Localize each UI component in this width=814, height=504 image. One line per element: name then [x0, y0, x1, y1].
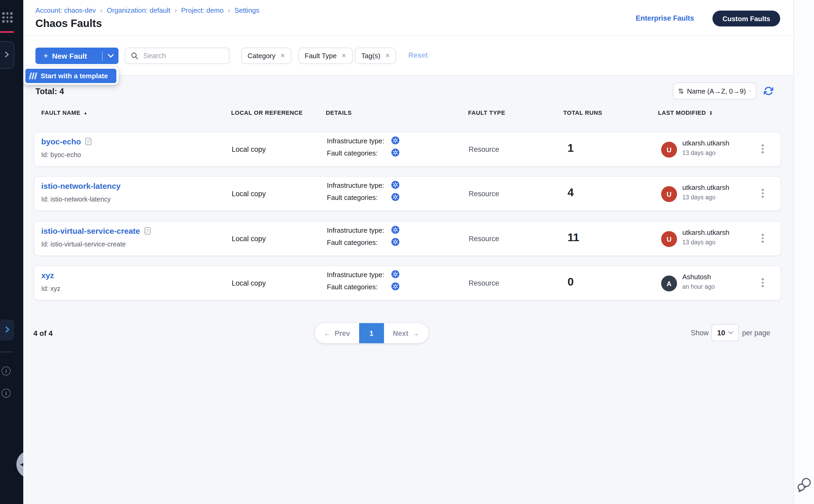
local-or-reference-value: Local copy: [232, 235, 266, 243]
chevron-right-icon: [5, 325, 10, 335]
show-label: Show: [691, 329, 709, 337]
fault-name-link[interactable]: istio-virtual-service-create: [41, 226, 151, 235]
column-header-fault-name[interactable]: FAULT NAME ▲: [41, 109, 88, 116]
row-menu-button[interactable]: [760, 143, 765, 155]
fault-name-link[interactable]: xyz: [41, 271, 54, 280]
remove-filter-icon[interactable]: ✕: [280, 52, 285, 59]
filter-chip-tags[interactable]: Tag(s) ✕: [355, 48, 396, 64]
modified-time: an hour ago: [682, 283, 715, 290]
new-fault-button[interactable]: + New Fault: [35, 48, 118, 64]
total-count: Total: 4: [35, 87, 64, 96]
result-count: 4 of 4: [33, 329, 53, 337]
avatar: U: [661, 142, 677, 158]
breadcrumb-organization-link[interactable]: Organization: default: [107, 6, 170, 14]
breadcrumb-separator: ›: [175, 6, 177, 14]
plus-icon: +: [43, 51, 48, 61]
page-title: Chaos Faults: [35, 17, 102, 30]
remove-filter-icon[interactable]: ✕: [385, 52, 390, 59]
local-or-reference-value: Local copy: [232, 145, 266, 153]
next-page-button[interactable]: Next →: [384, 323, 428, 343]
arrow-left-icon: ←: [324, 329, 331, 337]
avatar: A: [661, 276, 677, 291]
page-1-button[interactable]: 1: [359, 323, 384, 343]
breadcrumb-settings-link[interactable]: Settings: [235, 6, 259, 14]
chevron-down-icon: [749, 89, 751, 93]
search-input[interactable]: [142, 51, 225, 60]
module-nav-expand-button[interactable]: [0, 41, 14, 69]
kubernetes-icon: [391, 270, 399, 278]
refresh-button[interactable]: [764, 86, 773, 96]
breadcrumb-account-link[interactable]: Account: chaos-dev: [35, 6, 96, 14]
active-module-indicator: [0, 31, 14, 33]
fault-id: Id: istio-network-latency: [41, 196, 111, 203]
new-fault-dropdown-button[interactable]: [103, 54, 118, 58]
kubernetes-icon: [391, 226, 399, 234]
filter-chip-fault-type[interactable]: Fault Type ✕: [298, 48, 353, 64]
fault-row[interactable]: istio-network-latency Id: istio-network-…: [34, 176, 781, 211]
fault-row[interactable]: istio-virtual-service-create Id: istio-v…: [34, 221, 781, 256]
template-icon: [29, 72, 37, 79]
custom-faults-button[interactable]: Custom Faults: [712, 11, 780, 26]
start-with-template-menu-item[interactable]: Start with a template: [25, 68, 116, 83]
fault-name-link[interactable]: byoc-echo: [41, 137, 92, 146]
chevron-down-icon: [108, 54, 113, 58]
local-or-reference-value: Local copy: [232, 279, 266, 287]
pagination: ← Prev 1 Next →: [315, 323, 428, 343]
column-header-details: DETAILS: [326, 109, 352, 116]
new-fault-dropdown-menu: Start with a template: [23, 67, 118, 85]
app-grid-icon[interactable]: [2, 12, 12, 22]
enterprise-faults-link[interactable]: Enterprise Faults: [636, 14, 694, 22]
sidebar-expand-button[interactable]: [0, 319, 14, 341]
sort-asc-icon: ▲: [84, 111, 88, 114]
column-header-fault-type: FAULT TYPE: [468, 109, 505, 116]
breadcrumb-separator: ›: [228, 6, 230, 14]
breadcrumb-project-link[interactable]: Project: demo: [181, 6, 223, 14]
column-header-total-runs: TOTAL RUNS: [563, 109, 602, 116]
kubernetes-icon: [391, 136, 399, 144]
modified-time: 13 days ago: [682, 239, 715, 245]
row-menu-button[interactable]: [760, 277, 765, 288]
infrastructure-type-label: Infrastructure type:: [327, 137, 384, 145]
fault-type-value: Resource: [469, 145, 499, 153]
kubernetes-icon: [391, 193, 399, 201]
sidebar-divider: [0, 352, 14, 352]
infrastructure-type-label: Infrastructure type:: [327, 181, 384, 189]
fault-name-link[interactable]: istio-network-latency: [41, 181, 121, 190]
kubernetes-icon: [391, 181, 399, 189]
infrastructure-type-label: Infrastructure type:: [327, 271, 384, 279]
info-icon[interactable]: i: [2, 389, 11, 398]
filter-label: Category: [248, 52, 276, 60]
row-menu-button[interactable]: [760, 232, 765, 244]
reset-filters-button[interactable]: Reset: [408, 51, 428, 59]
page-size-select[interactable]: 10: [711, 324, 739, 341]
fault-type-value: Resource: [469, 235, 499, 243]
kubernetes-icon: [391, 238, 399, 246]
fault-categories-label: Fault categories:: [327, 149, 378, 157]
sort-both-icon: ▲▼: [709, 110, 713, 116]
sort-dropdown[interactable]: ⇅ Name (A→Z, 0→9): [673, 83, 756, 99]
fault-row[interactable]: xyz Id: xyz Local copy Infrastructure ty…: [34, 265, 781, 300]
menu-item-label: Start with a template: [41, 72, 108, 80]
breadcrumb-separator: ›: [100, 6, 102, 14]
description-icon[interactable]: [144, 227, 151, 235]
total-runs-value: 1: [568, 142, 574, 154]
column-header-local-or-reference: LOCAL OR REFERENCE: [231, 109, 303, 116]
column-header-last-modified[interactable]: LAST MODIFIED ▲▼: [658, 109, 713, 116]
info-icon[interactable]: i: [2, 366, 11, 375]
kubernetes-icon: [391, 282, 399, 290]
remove-filter-icon[interactable]: ✕: [341, 52, 346, 59]
sidebar-collapse-handle[interactable]: ◀: [16, 451, 23, 478]
description-icon[interactable]: [85, 138, 92, 145]
local-or-reference-value: Local copy: [232, 190, 266, 198]
row-menu-button[interactable]: [760, 187, 765, 199]
fault-id: Id: istio-virtual-service-create: [41, 241, 126, 248]
total-runs-value: 4: [568, 186, 574, 199]
fault-row[interactable]: byoc-echo Id: byoc-echo Local copy Infra…: [34, 132, 781, 167]
modified-time: 13 days ago: [682, 194, 715, 200]
filter-chip-category[interactable]: Category ✕: [241, 48, 291, 64]
fault-categories-label: Fault categories:: [327, 194, 378, 201]
breadcrumb: Account: chaos-dev › Organization: defau…: [35, 6, 259, 14]
modified-by-user: utkarsh.utkarsh: [682, 184, 729, 191]
chat-support-icon[interactable]: [797, 477, 812, 495]
prev-page-button[interactable]: ← Prev: [315, 323, 359, 343]
